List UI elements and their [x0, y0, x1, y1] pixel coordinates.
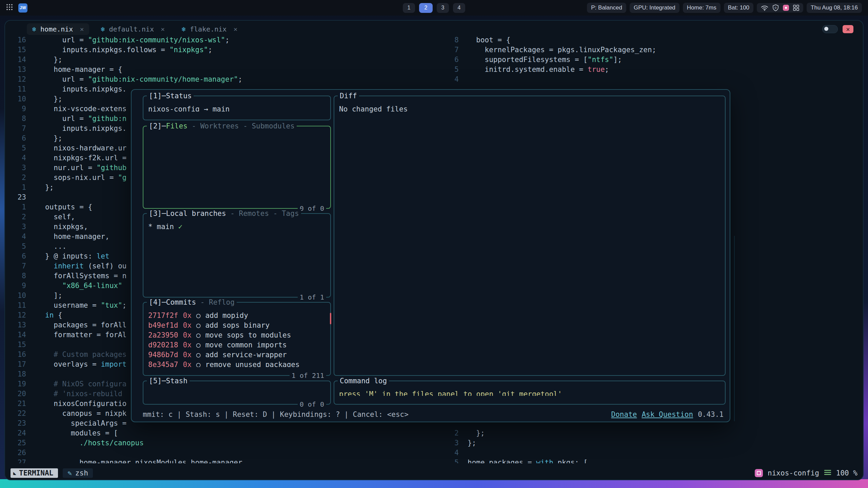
status-pill: Bat: 100 — [724, 3, 753, 13]
line-number: 12 — [5, 310, 26, 320]
tab-close-icon[interactable]: × — [80, 25, 84, 33]
clock: Thu Aug 08, 18:16 — [807, 3, 862, 13]
line-number: 4 — [5, 153, 26, 163]
code-line: 7 kernelPackages = pkgs.linuxPackages_ze… — [442, 45, 863, 55]
commit-hash: 2717f2f — [148, 311, 178, 321]
nix-snowflake-icon: ❄ — [182, 25, 186, 33]
battery-percent: 100 % — [836, 469, 857, 477]
line-number: 17 — [5, 360, 26, 369]
lazygit-stash-panel[interactable]: [5]─Stash 0 of 0 — [143, 381, 331, 405]
code-line: 3}; — [442, 438, 863, 448]
line-number: 4 — [442, 75, 459, 84]
pin-toggle[interactable] — [822, 25, 838, 33]
terminal-window: ❄home.nix×❄default.nix×❄flake.nix× × 16 … — [4, 20, 864, 480]
system-tray[interactable]: 0 — [757, 3, 803, 13]
line-number: 1 — [5, 183, 26, 192]
workspace-1[interactable]: 1 — [403, 3, 415, 13]
commit-graph-node-icon: ○ — [196, 330, 201, 340]
line-number: 6 — [442, 55, 459, 65]
commits-scrollbar[interactable] — [330, 313, 331, 324]
code-line: 6 supportedFilesystems = ["ntfs"]; — [442, 55, 863, 65]
lazygit-status-panel[interactable]: [1]─Status nixos-config → main — [143, 96, 331, 120]
donate-link[interactable]: Donate — [611, 410, 637, 419]
branch-row[interactable]: * main ✓ — [148, 222, 326, 232]
pushed-check-icon: ✓ — [178, 223, 183, 231]
commit-hash: 2a23950 — [148, 330, 178, 340]
lazygit-commits-panel[interactable]: [4]─Commits - Reflog 2717f2f0x○add mopid… — [143, 302, 331, 376]
line-number: 16 — [5, 350, 26, 360]
line-number: 2 — [5, 212, 26, 222]
tab-close-icon[interactable]: × — [233, 25, 237, 33]
ask-question-link[interactable]: Ask Question — [642, 410, 693, 419]
lazygit-branches-panel[interactable]: [3]─Local branches - Remotes - Tags * ma… — [143, 213, 331, 298]
commit-hash: d920218 — [148, 340, 178, 350]
commit-author: 0x — [183, 321, 192, 330]
window-close-button[interactable]: × — [843, 25, 853, 33]
code-line: 26 — [5, 448, 442, 458]
commit-row[interactable]: 8e345a70x○remove unused packages — [148, 360, 326, 367]
commit-graph-node-icon: ○ — [196, 350, 201, 360]
line-number: 8 — [5, 271, 26, 281]
code-line: 13 home-manager = { — [5, 65, 442, 75]
tab-label: flake.nix — [190, 25, 226, 33]
panel-title: Command log — [338, 377, 389, 385]
line-number: 5 — [442, 65, 459, 75]
commit-row[interactable]: 2717f2f0x○add mopidy — [148, 311, 326, 321]
status-pill: GPU: Integrated — [630, 3, 679, 13]
commit-author: 0x — [183, 360, 192, 367]
line-number: 23 — [5, 419, 26, 428]
code-line: 4 — [442, 75, 863, 84]
workspace-4[interactable]: 4 — [453, 3, 465, 13]
workspace-2[interactable]: 2 — [419, 3, 433, 13]
lazygit-version: 0.43.1 — [698, 410, 724, 419]
line-number: 2 — [442, 428, 459, 438]
line-number: 14 — [5, 55, 26, 65]
line-number: 3 — [5, 163, 26, 173]
workspace-3[interactable]: 3 — [437, 3, 449, 13]
desktop: JW 1234 P: BalancedGPU: IntegratedHome: … — [0, 0, 868, 488]
session-name: nixos-config — [768, 469, 819, 477]
panel-title: [2]─Files - Worktrees - Submodules — [147, 122, 297, 130]
panel-title: [1]─Status — [147, 92, 194, 100]
lazygit-command-log-panel[interactable]: Command log press 'M' in the files panel… — [334, 381, 726, 405]
app-badge[interactable]: JW — [18, 3, 27, 13]
editor-tab-default.nix[interactable]: ❄default.nix× — [95, 23, 170, 35]
commit-row[interactable]: b49ef1d0x○add sops binary — [148, 321, 326, 330]
line-number: 18 — [5, 369, 26, 379]
apps-grid-icon[interactable] — [793, 5, 799, 11]
editor-tab-flake.nix[interactable]: ❄flake.nix× — [176, 23, 243, 35]
line-number: 13 — [5, 65, 26, 75]
system-status-pills: P: BalancedGPU: IntegratedHome: 7msBat: … — [587, 3, 753, 13]
wifi-icon[interactable] — [761, 5, 768, 11]
tab-bar: ❄home.nix×❄default.nix×❄flake.nix× × — [5, 21, 863, 37]
editor-tab-home.nix[interactable]: ❄home.nix× — [27, 23, 89, 35]
nix-snowflake-icon: ❄ — [32, 25, 36, 33]
commit-message: remove unused packages — [205, 360, 299, 367]
line-number: 12 — [5, 75, 26, 84]
code-line: 27 home-manager.nixosModules.home-manage… — [5, 458, 442, 463]
line-number: 21 — [5, 399, 26, 409]
commit-graph-node-icon: ○ — [196, 340, 201, 350]
commit-row[interactable]: 9486b7d0x○add service-wrapper — [148, 350, 326, 360]
commit-hash: 9486b7d — [148, 350, 178, 360]
commit-row[interactable]: 2a239500x○move sops to modules — [148, 330, 326, 340]
line-number: 7 — [5, 124, 26, 134]
lazygit-popup: [1]─Status nixos-config → main [2]─Files… — [131, 89, 730, 422]
mode-indicator: ◣TERMINAL — [11, 468, 58, 478]
recorder-indicator-icon[interactable] — [783, 5, 789, 11]
lazygit-diff-panel[interactable]: Diff No changed files — [334, 96, 726, 376]
line-number: 5 — [442, 458, 459, 463]
commit-row[interactable]: d9202180x○move common imports — [148, 340, 326, 350]
code-line: 5home.packages = with pkgs; [ — [442, 458, 863, 463]
line-number: 23 — [5, 192, 26, 202]
code-line: 2 }; — [442, 428, 863, 438]
line-number: 8 — [5, 114, 26, 124]
shield-icon[interactable]: 0 — [772, 4, 779, 11]
nix-snowflake-icon: ❄ — [101, 25, 105, 33]
launcher-grid-icon[interactable] — [6, 4, 13, 12]
shell-tab[interactable]: ✎zsh — [63, 468, 93, 478]
lazygit-files-panel[interactable]: [2]─Files - Worktrees - Submodules 0 of … — [143, 126, 331, 209]
svg-text:0: 0 — [775, 6, 776, 9]
tab-close-icon[interactable]: × — [161, 25, 165, 33]
command-log-tip: press 'M' in the files panel to open 'gi… — [339, 389, 720, 396]
